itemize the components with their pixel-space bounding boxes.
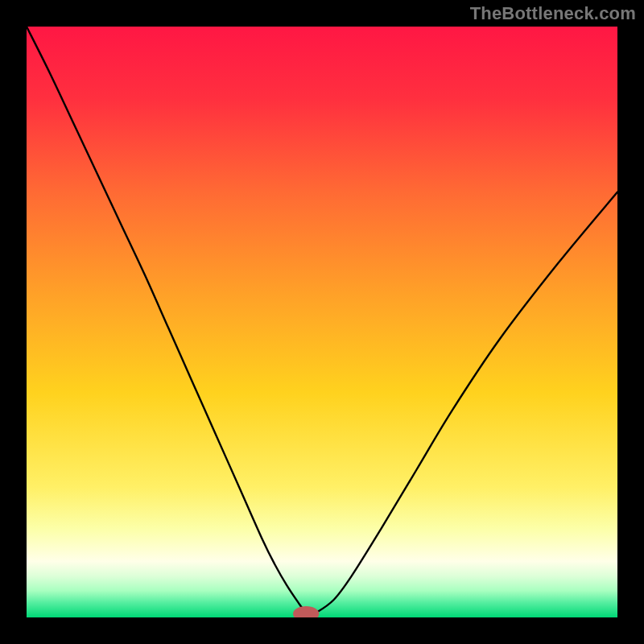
chart-svg	[27, 27, 617, 617]
plot-area	[27, 27, 617, 617]
chart-frame: TheBottleneck.com	[0, 0, 644, 644]
watermark-text: TheBottleneck.com	[470, 3, 636, 24]
gradient-background	[27, 27, 617, 617]
